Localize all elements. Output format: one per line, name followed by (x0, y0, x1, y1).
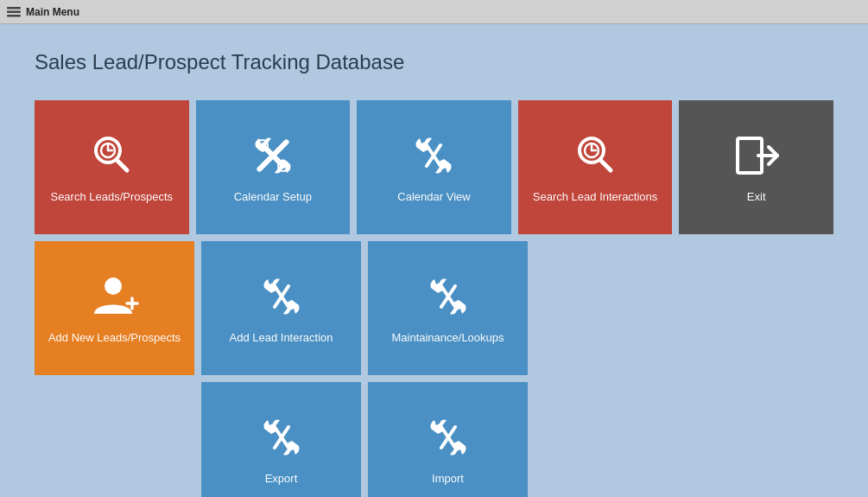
menu-icon (7, 5, 21, 19)
tiles-container: Search Leads/Prospects Calendar Setup (35, 100, 833, 497)
tiles-row-1: Search Leads/Prospects Calendar Setup (35, 100, 833, 234)
add-lead-interaction-button[interactable]: Add Lead Interaction (201, 241, 361, 375)
tiles-row-2: Add New Leads/Prospects Add Lead Interac… (35, 241, 833, 375)
svg-rect-2 (7, 15, 21, 17)
wrench-cross-icon-4 (422, 271, 474, 322)
add-new-leads-button[interactable]: Add New Leads/Prospects (35, 241, 194, 375)
calendar-setup-button[interactable]: Calendar Setup (196, 100, 351, 234)
wrench-cross-icon-2 (408, 130, 459, 182)
wrench-cross-icon-1 (247, 130, 299, 182)
person-add-icon (89, 271, 141, 322)
search-leads-button[interactable]: Search Leads/Prospects (35, 100, 189, 234)
maintenance-lookups-button[interactable]: Maintainance/Lookups (368, 241, 528, 375)
calendar-setup-label: Calendar Setup (234, 190, 312, 205)
svg-line-7 (117, 160, 127, 170)
exit-button[interactable]: Exit (679, 100, 833, 234)
svg-rect-0 (7, 7, 21, 10)
svg-point-21 (105, 277, 122, 295)
svg-line-18 (600, 160, 611, 170)
export-label: Export (265, 472, 298, 487)
import-button[interactable]: Import (368, 382, 528, 497)
wrench-cross-icon-3 (256, 271, 307, 322)
calendar-view-label: Calendar View (397, 190, 470, 205)
add-new-leads-label: Add New Leads/Prospects (48, 331, 181, 346)
svg-point-25 (127, 284, 136, 293)
search-lead-interactions-button[interactable]: Search Lead Interactions (518, 100, 673, 234)
maintenance-lookups-label: Maintainance/Lookups (391, 331, 504, 346)
title-bar-label: Main Menu (26, 6, 79, 18)
search-lead-interactions-label: Search Lead Interactions (533, 190, 658, 205)
main-content: Sales Lead/Prospect Tracking Database Se… (0, 24, 868, 497)
search-leads-label: Search Leads/Prospects (50, 190, 173, 205)
import-label: Import (432, 472, 464, 487)
wrench-cross-icon-6 (422, 411, 474, 463)
add-lead-interaction-label: Add Lead Interaction (230, 331, 333, 346)
export-button[interactable]: Export (201, 382, 361, 497)
title-bar: Main Menu (0, 0, 868, 24)
page-title: Sales Lead/Prospect Tracking Database (35, 50, 833, 74)
wrench-cross-icon-5 (256, 411, 307, 463)
tiles-row-3: Export Import (35, 382, 833, 497)
search-clock-icon (86, 130, 137, 182)
exit-label: Exit (747, 190, 766, 205)
calendar-view-button[interactable]: Calendar View (357, 100, 511, 234)
exit-icon (731, 130, 782, 182)
search-clock-icon-2 (569, 130, 621, 182)
svg-rect-1 (7, 10, 21, 13)
svg-point-22 (129, 283, 132, 286)
